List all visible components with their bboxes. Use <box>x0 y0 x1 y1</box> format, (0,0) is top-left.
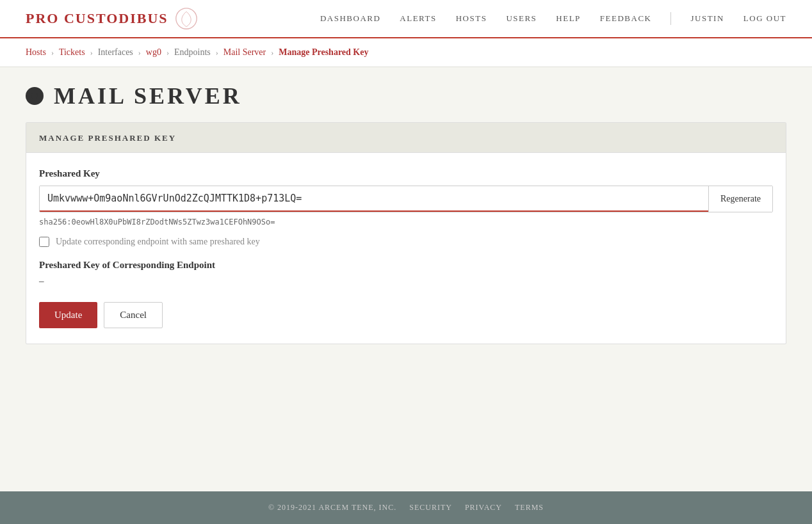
main-content: MANAGE PRESHARED KEY Preshared Key Regen… <box>0 122 812 491</box>
breadcrumb-interfaces: Interfaces <box>98 47 133 58</box>
breadcrumb-endpoints: Endpoints <box>174 47 211 58</box>
nav-hosts[interactable]: HOSTS <box>456 13 487 24</box>
breadcrumb-hosts[interactable]: Hosts <box>26 47 46 58</box>
hash-value: sha256:0eowHl8X0uPbWI8rZDodtNWs5ZTwz3wa1… <box>39 218 773 226</box>
nav-alerts[interactable]: ALERTS <box>400 13 436 24</box>
breadcrumb-sep-3: › <box>138 48 141 58</box>
cancel-button[interactable]: Cancel <box>104 302 163 328</box>
logo-icon <box>175 7 198 30</box>
preshared-key-input[interactable] <box>40 186 708 212</box>
nav-divider <box>670 12 671 25</box>
page-title-area: MAIL SERVER <box>0 67 812 122</box>
footer-copyright: © 2019-2021 ARCEM TENE, INC. <box>268 503 396 512</box>
breadcrumb-sep-2: › <box>90 48 93 58</box>
main-nav: DASHBOARD ALERTS HOSTS USERS HELP FEEDBA… <box>320 12 786 25</box>
breadcrumb-wg0[interactable]: wg0 <box>146 47 161 58</box>
preshared-key-label: Preshared Key <box>39 168 773 179</box>
card-body: Preshared Key Regenerate sha256:0eowHl8X… <box>26 153 786 344</box>
corresponding-key-value: – <box>39 276 773 287</box>
update-endpoint-checkbox[interactable] <box>39 237 49 247</box>
preshared-key-input-row: Regenerate <box>39 186 773 212</box>
nav-feedback[interactable]: FEEDBACK <box>600 13 652 24</box>
breadcrumb-mail-server[interactable]: Mail Server <box>223 47 266 58</box>
breadcrumb-current: Manage Preshared Key <box>279 47 368 58</box>
page-title: MAIL SERVER <box>54 83 242 109</box>
footer-links: SECURITY PRIVACY TERMS <box>409 503 544 512</box>
checkbox-row: Update corresponding endpoint with same … <box>39 237 773 247</box>
card-header-title: MANAGE PRESHARED KEY <box>39 133 176 143</box>
breadcrumb: Hosts › Tickets › Interfaces › wg0 › End… <box>0 38 812 67</box>
nav-help[interactable]: HELP <box>556 13 581 24</box>
footer-terms[interactable]: TERMS <box>515 503 544 512</box>
nav-logout[interactable]: LOG OUT <box>743 13 786 24</box>
breadcrumb-sep-4: › <box>166 48 169 58</box>
update-button[interactable]: Update <box>39 302 97 328</box>
nav-username[interactable]: JUSTIN <box>690 13 724 24</box>
action-buttons: Update Cancel <box>39 302 773 328</box>
checkbox-label[interactable]: Update corresponding endpoint with same … <box>56 237 260 247</box>
card-header: MANAGE PRESHARED KEY <box>26 123 786 153</box>
logo: PRO CUSTODIBUS <box>26 7 198 30</box>
nav-dashboard[interactable]: DASHBOARD <box>320 13 380 24</box>
footer-privacy[interactable]: PRIVACY <box>465 503 502 512</box>
corresponding-key-label: Preshared Key of Corresponding Endpoint <box>39 260 773 271</box>
nav-users[interactable]: USERS <box>506 13 537 24</box>
regenerate-button[interactable]: Regenerate <box>708 186 772 212</box>
manage-preshared-key-card: MANAGE PRESHARED KEY Preshared Key Regen… <box>26 122 786 344</box>
logo-text: PRO CUSTODIBUS <box>26 10 168 27</box>
breadcrumb-sep-1: › <box>51 48 54 58</box>
footer: © 2019-2021 ARCEM TENE, INC. SECURITY PR… <box>0 491 812 524</box>
header: PRO CUSTODIBUS DASHBOARD ALERTS HOSTS US… <box>0 0 812 38</box>
breadcrumb-sep-6: › <box>271 48 273 58</box>
breadcrumb-sep-5: › <box>216 48 218 58</box>
page-title-icon <box>26 87 44 105</box>
footer-security[interactable]: SECURITY <box>409 503 452 512</box>
breadcrumb-tickets[interactable]: Tickets <box>59 47 85 58</box>
